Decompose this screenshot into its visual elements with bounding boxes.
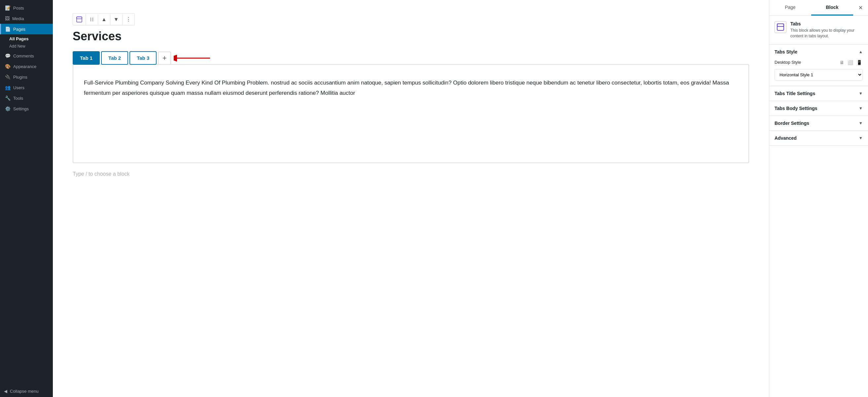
advanced-chevron: ▼ bbox=[859, 136, 863, 141]
desktop-style-row: Desktop Style 🖥 ⬜ 📱 bbox=[775, 59, 863, 66]
block-info: Tabs This block allows you to display yo… bbox=[769, 16, 868, 44]
panel-tabs: Page Block ✕ bbox=[769, 0, 868, 16]
sidebar-item-plugins[interactable]: 🔌 Plugins bbox=[0, 72, 53, 82]
plugins-icon: 🔌 bbox=[5, 74, 10, 80]
sidebar-item-comments[interactable]: 💬 Comments bbox=[0, 51, 53, 61]
move-down-btn[interactable]: ▼ bbox=[110, 14, 123, 25]
panel-section-tabs-style: Tabs Style ▲ Desktop Style 🖥 ⬜ 📱 Horizon… bbox=[769, 44, 868, 86]
sidebar-item-posts[interactable]: 📝 Posts bbox=[0, 3, 53, 13]
tabs-style-header[interactable]: Tabs Style ▲ bbox=[769, 44, 868, 59]
right-panel: Page Block ✕ Tabs This block allows you … bbox=[769, 0, 868, 397]
panel-tab-page[interactable]: Page bbox=[769, 0, 811, 16]
drag-handle-btn[interactable] bbox=[86, 14, 98, 25]
users-icon: 👥 bbox=[5, 85, 10, 90]
arrow-container bbox=[174, 52, 213, 65]
panel-section-border: Border Settings ▼ bbox=[769, 116, 868, 131]
arrow-icon bbox=[174, 52, 213, 65]
tabs-title-header[interactable]: Tabs Title Settings ▼ bbox=[769, 86, 868, 101]
desktop-style-label: Desktop Style bbox=[775, 60, 801, 65]
panel-tab-block[interactable]: Block bbox=[811, 0, 853, 16]
svg-rect-0 bbox=[76, 17, 82, 22]
advanced-header[interactable]: Advanced ▼ bbox=[769, 131, 868, 145]
svg-rect-11 bbox=[777, 24, 784, 26]
type-hint[interactable]: Type / to choose a block bbox=[73, 171, 749, 177]
comments-icon: 💬 bbox=[5, 53, 10, 58]
border-settings-header[interactable]: Border Settings ▼ bbox=[769, 116, 868, 130]
panel-section-tabs-title: Tabs Title Settings ▼ bbox=[769, 86, 868, 101]
block-type-btn[interactable] bbox=[73, 14, 86, 25]
settings-icon: ⚙️ bbox=[5, 106, 10, 111]
block-icon-box bbox=[775, 21, 786, 33]
border-settings-label: Border Settings bbox=[775, 121, 809, 126]
sidebar-item-tools[interactable]: 🔧 Tools bbox=[0, 93, 53, 103]
tab-content-text: Full-Service Plumbing Company Solving Ev… bbox=[84, 78, 738, 98]
mobile-icon[interactable]: 📱 bbox=[856, 59, 863, 66]
tabs-body-chevron: ▼ bbox=[859, 106, 863, 111]
sidebar-item-appearance[interactable]: 🎨 Appearance bbox=[0, 61, 53, 72]
sidebar-item-media[interactable]: 🖼 Media bbox=[0, 13, 53, 24]
block-info-text: Tabs This block allows you to display yo… bbox=[790, 21, 863, 39]
tabs-nav: Tab 1 Tab 2 Tab 3 + bbox=[73, 51, 171, 65]
collapse-icon: ◀ bbox=[4, 389, 7, 394]
tab-3-button[interactable]: Tab 3 bbox=[129, 51, 157, 65]
tablet-icon[interactable]: ⬜ bbox=[847, 59, 854, 66]
block-name: Tabs bbox=[790, 21, 863, 26]
svg-point-2 bbox=[91, 18, 91, 18]
tab-1-button[interactable]: Tab 1 bbox=[73, 51, 100, 65]
sidebar: 📝 Posts 🖼 Media 📄 Pages All Pages Add Ne… bbox=[0, 0, 53, 397]
move-up-btn[interactable]: ▲ bbox=[98, 14, 110, 25]
posts-icon: 📝 bbox=[5, 5, 10, 10]
tabs-panel-icon bbox=[777, 24, 784, 31]
tabs-style-label: Tabs Style bbox=[775, 49, 797, 55]
block-toolbar: ▲ ▼ ⋮ bbox=[73, 13, 135, 25]
svg-point-3 bbox=[91, 19, 91, 20]
advanced-label: Advanced bbox=[775, 135, 797, 141]
sidebar-item-users[interactable]: 👥 Users bbox=[0, 82, 53, 93]
pages-icon: 📄 bbox=[5, 26, 10, 32]
plus-icon: + bbox=[162, 54, 167, 62]
tabs-style-chevron: ▲ bbox=[859, 50, 863, 54]
tab-2-button[interactable]: Tab 2 bbox=[101, 51, 128, 65]
svg-point-7 bbox=[92, 20, 93, 21]
panel-close-button[interactable]: ✕ bbox=[853, 0, 868, 16]
editor-area: ▲ ▼ ⋮ Services Tab 1 Tab 2 Tab 3 + bbox=[53, 0, 769, 397]
svg-rect-10 bbox=[777, 24, 784, 30]
drag-icon bbox=[89, 17, 94, 22]
panel-section-tabs-body: Tabs Body Settings ▼ bbox=[769, 101, 868, 116]
panel-section-advanced: Advanced ▼ bbox=[769, 131, 868, 146]
tabs-style-content: Desktop Style 🖥 ⬜ 📱 Horizontal Style 1 H… bbox=[769, 59, 868, 86]
tabs-title-chevron: ▼ bbox=[859, 91, 863, 96]
media-icon: 🖼 bbox=[5, 16, 9, 21]
main-wrapper: ▲ ▼ ⋮ Services Tab 1 Tab 2 Tab 3 + bbox=[53, 0, 868, 397]
tabs-title-label: Tabs Title Settings bbox=[775, 91, 815, 96]
sidebar-sub-all-pages[interactable]: All Pages bbox=[0, 34, 53, 43]
content-area: ▲ ▼ ⋮ Services Tab 1 Tab 2 Tab 3 + bbox=[53, 0, 868, 397]
svg-point-6 bbox=[92, 19, 93, 20]
block-description: This block allows you to display your co… bbox=[790, 28, 863, 39]
sidebar-item-settings[interactable]: ⚙️ Settings bbox=[0, 103, 53, 114]
sidebar-add-new[interactable]: Add New bbox=[0, 43, 53, 51]
svg-rect-1 bbox=[76, 17, 82, 19]
tools-icon: 🔧 bbox=[5, 95, 10, 101]
device-icons: 🖥 ⬜ 📱 bbox=[839, 59, 863, 66]
border-settings-chevron: ▼ bbox=[859, 121, 863, 125]
page-title[interactable]: Services bbox=[73, 29, 749, 43]
collapse-menu-button[interactable]: ◀ Collapse menu bbox=[0, 386, 53, 397]
more-options-btn[interactable]: ⋮ bbox=[123, 13, 134, 25]
tabs-row: Tab 1 Tab 2 Tab 3 + bbox=[73, 51, 749, 65]
sidebar-item-pages[interactable]: 📄 Pages bbox=[0, 24, 53, 34]
svg-point-4 bbox=[91, 20, 91, 21]
appearance-icon: 🎨 bbox=[5, 64, 10, 69]
desktop-style-select[interactable]: Horizontal Style 1 Horizontal Style 2 Ve… bbox=[775, 69, 863, 81]
tabs-body-label: Tabs Body Settings bbox=[775, 106, 817, 111]
desktop-icon[interactable]: 🖥 bbox=[839, 59, 845, 66]
tabs-block-icon bbox=[76, 17, 82, 23]
add-tab-button[interactable]: + bbox=[158, 52, 171, 65]
tabs-body-header[interactable]: Tabs Body Settings ▼ bbox=[769, 101, 868, 116]
tab-content-area[interactable]: Full-Service Plumbing Company Solving Ev… bbox=[73, 64, 749, 163]
svg-point-5 bbox=[92, 18, 93, 18]
